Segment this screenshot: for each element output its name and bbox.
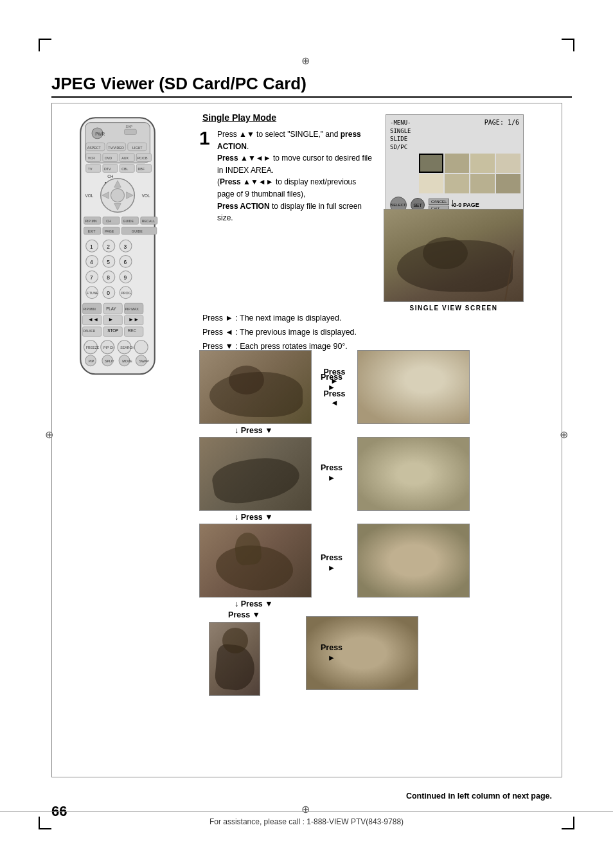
section-heading: Single Play Mode [202, 112, 276, 123]
svg-text:FREEZE: FREEZE [86, 346, 100, 350]
flow-img-right3 [357, 524, 470, 598]
svg-text:STOP: STOP [107, 328, 118, 333]
svg-text:EXIT: EXIT [88, 229, 96, 233]
svg-text:1: 1 [90, 244, 93, 250]
svg-text:SWAP: SWAP [139, 359, 150, 363]
step-text-1: Press ▲▼ to select "SINGLE," and press A… [217, 130, 361, 151]
svg-text:RECALL: RECALL [142, 219, 155, 223]
press-right-flow-2: Press► [321, 463, 342, 484]
single-view-label: SINGLE VIEW SCREEN [384, 305, 524, 312]
corner-mark-tl [39, 39, 51, 51]
menu-line4: SD/PC [390, 143, 411, 152]
flow-img-cat1 [199, 437, 312, 511]
flow-img-right2 [357, 437, 470, 511]
flow-img-dog1 [199, 350, 312, 424]
thumb-7 [470, 174, 495, 193]
cat2-head [222, 628, 248, 653]
press-down-1: ↓ Press ▼ [235, 426, 546, 435]
svg-text:PIP MAX: PIP MAX [125, 307, 139, 311]
svg-text:2: 2 [107, 244, 110, 250]
svg-text:PIP CH: PIP CH [103, 346, 115, 350]
press-right-flow-1: Press► [321, 372, 342, 393]
svg-rect-40 [103, 217, 120, 225]
step-text-3: (Press ▲▼◄► to display next/previous pag… [217, 177, 356, 199]
flow-row-4: Press ▼ [199, 610, 546, 696]
footer: For assistance, please call : 1-888-VIEW… [0, 811, 613, 826]
flow-img-right1 [357, 350, 470, 424]
continued-text: Continued in left column of next page. [406, 792, 552, 801]
press-right-flow-3: Press► [321, 553, 342, 574]
svg-text:9: 9 [123, 274, 127, 281]
svg-text:MOVE: MOVE [122, 359, 132, 363]
svg-text:TV: TV [88, 167, 93, 171]
svg-text:LIGHT: LIGHT [132, 146, 143, 150]
press-down-4-label-container: Press ▼ [199, 610, 260, 696]
page-value: 1/6 [508, 119, 519, 126]
svg-text:3: 3 [123, 244, 127, 250]
svg-text:PIP: PIP [89, 359, 94, 363]
flow-img-right3-inner [358, 524, 469, 597]
step-instructions: Press ▲▼ to select "SINGLE," and press A… [217, 128, 373, 224]
svg-point-37 [111, 189, 125, 202]
svg-text:TV/VIDEO: TV/VIDEO [108, 146, 124, 150]
svg-text:CH: CH [107, 174, 114, 179]
page-label: PAGE: [484, 119, 504, 126]
svg-text:REC: REC [128, 328, 137, 333]
svg-text:DTV: DTV [104, 167, 111, 171]
svg-text:►: ► [108, 316, 113, 323]
step-1-block: 1 Press ▲▼ to select "SINGLE," and press… [199, 128, 373, 224]
dog-head [423, 237, 468, 269]
cancel-btn: CANCEL [429, 199, 449, 205]
press-down-4-label: Press ▼ [228, 610, 260, 619]
single-view-container: SINGLE VIEW SCREEN [384, 209, 524, 312]
svg-text:SAP: SAP [126, 125, 133, 128]
thumb-6 [445, 174, 469, 193]
flow-img-cat2 [209, 622, 260, 696]
corner-mark-tr [562, 39, 574, 51]
thumbnail-grid [419, 154, 519, 193]
svg-rect-5 [125, 129, 137, 134]
press-instr-1: Press ► : The next image is displayed. [202, 312, 357, 326]
svg-text:VOL: VOL [85, 193, 94, 198]
menu-line1: -MENU- [390, 119, 411, 127]
svg-text:PWR: PWR [95, 132, 105, 136]
svg-text:►►: ►► [129, 316, 139, 323]
flow-row-1: Press► Press◄ [199, 350, 546, 424]
thumb-3 [470, 154, 495, 173]
flow-img-right2-inner [358, 438, 469, 510]
image-flow-diagram: Press► Press◄ ↓ Press ▼ ↓ Press ▼ [199, 350, 546, 696]
svg-text:DBF: DBF [138, 167, 145, 171]
svg-text:VOL: VOL [142, 193, 150, 198]
svg-text:PC/CB: PC/CB [137, 156, 148, 160]
menu-line2: SINGLE [390, 127, 411, 136]
press-instr-2: Press ◄ : The previous image is displaye… [202, 326, 357, 340]
oo-page-btn: 0-0 PAGE [453, 202, 479, 208]
press-down-2: ↓ Press ▼ [235, 513, 546, 522]
svg-text:4: 4 [90, 259, 93, 265]
svg-text:6: 6 [123, 259, 127, 265]
menu-line3: SLIDE [390, 135, 411, 143]
page-indicator: PAGE: 1/6 [484, 119, 519, 126]
svg-text:GUIDE: GUIDE [132, 229, 143, 233]
rabbit-head [234, 531, 262, 565]
svg-text:F.TUNE: F.TUNE [87, 291, 99, 295]
svg-text:VCR: VCR [88, 156, 95, 160]
remote-control: PWR SAP ASPECT TV/VIDEO LIGHT VCR DVD AU… [57, 114, 179, 384]
svg-point-100 [134, 341, 148, 354]
svg-text:7: 7 [90, 274, 93, 281]
svg-text:GUIDE: GUIDE [123, 219, 134, 223]
press-instructions-block: Press ► : The next image is displayed. P… [202, 312, 357, 354]
svg-text:◄◄: ◄◄ [88, 316, 99, 323]
svg-text:PLAY: PLAY [106, 306, 116, 311]
press-right-flow-4: Press► [321, 642, 342, 664]
svg-text:0: 0 [107, 290, 110, 296]
press-down-3: ↓ Press ▼ [235, 599, 546, 608]
flow-img-right1-inner [358, 351, 469, 423]
flow-row-3 [199, 524, 546, 598]
svg-text:SEARCH: SEARCH [120, 346, 134, 350]
svg-text:CBL: CBL [121, 167, 128, 171]
cat1-body [209, 452, 302, 508]
svg-text:8: 8 [107, 274, 110, 281]
page-title: JPEG Viewer (SD Card/PC Card) [51, 74, 572, 98]
footer-text: For assistance, please call : 1-888-VIEW… [209, 817, 404, 826]
